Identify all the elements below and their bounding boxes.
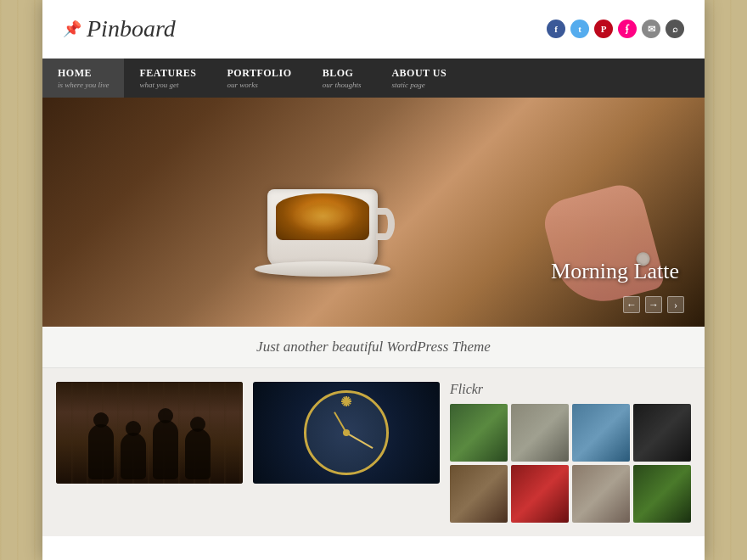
nav-item-about[interactable]: ABOUT US static page bbox=[376, 59, 462, 98]
flickr-thumb-8[interactable] bbox=[633, 465, 691, 523]
site-logo[interactable]: 📌 Pinboard bbox=[63, 15, 176, 42]
hero-controls: ← → › bbox=[623, 296, 684, 313]
nav-label-portfolio: PORTFOLIO bbox=[227, 67, 292, 80]
flickr-thumb-5[interactable] bbox=[450, 465, 508, 523]
nav-item-features[interactable]: FEATURES what you get bbox=[124, 59, 211, 98]
band-silhouettes bbox=[56, 416, 243, 484]
coffee-cup bbox=[267, 189, 378, 270]
site-header: 📌 Pinboard f t P ʄ ✉ ⌕ bbox=[42, 0, 705, 59]
nav-item-portfolio[interactable]: PORTFOLIO our works bbox=[212, 59, 307, 98]
hero-slider: Morning Latte ← → › bbox=[42, 98, 705, 327]
social-icons-bar: f t P ʄ ✉ ⌕ bbox=[547, 20, 684, 38]
flickr-widget: Flickr bbox=[450, 382, 691, 523]
nav-sub-about: static page bbox=[391, 81, 447, 89]
hero-next-button[interactable]: → bbox=[645, 296, 662, 313]
clock-face bbox=[304, 390, 389, 475]
nav-label-blog: BLOG bbox=[323, 67, 362, 80]
flickr-icon[interactable]: ʄ bbox=[618, 20, 637, 38]
clock-center bbox=[343, 429, 350, 436]
silhouette-4 bbox=[185, 428, 211, 479]
flickr-thumb-1[interactable] bbox=[450, 404, 508, 462]
cup-body bbox=[267, 189, 378, 270]
flickr-thumb-2[interactable] bbox=[511, 404, 569, 462]
hero-background bbox=[42, 98, 705, 327]
flickr-thumb-4[interactable] bbox=[633, 404, 691, 462]
search-icon[interactable]: ⌕ bbox=[666, 20, 684, 38]
band-thumbnail[interactable] bbox=[56, 382, 243, 484]
nav-sub-blog: our thoughts bbox=[323, 81, 362, 89]
flickr-thumb-7[interactable] bbox=[572, 465, 630, 523]
tagline-bar: Just another beautiful WordPress Theme bbox=[42, 327, 705, 368]
nav-sub-home: is where you live bbox=[58, 81, 109, 89]
email-icon[interactable]: ✉ bbox=[642, 20, 660, 38]
tagline-text: Just another beautiful WordPress Theme bbox=[256, 339, 491, 355]
flickr-grid bbox=[450, 404, 691, 523]
nav-item-blog[interactable]: BLOG our thoughts bbox=[307, 59, 377, 98]
latte-art bbox=[291, 200, 355, 232]
nav-sub-features: what you get bbox=[139, 81, 196, 89]
silhouette-1 bbox=[88, 424, 114, 479]
main-nav: HOME is where you live FEATURES what you… bbox=[42, 59, 705, 98]
silhouette-2 bbox=[121, 433, 146, 479]
facebook-icon[interactable]: f bbox=[547, 20, 565, 38]
nav-label-about: ABOUT US bbox=[391, 67, 447, 80]
flickr-thumb-3[interactable] bbox=[572, 404, 630, 462]
hero-title: Morning Latte bbox=[551, 259, 679, 284]
page-wrapper: 📌 Pinboard f t P ʄ ✉ ⌕ HOME is where you… bbox=[42, 0, 705, 560]
hero-prev-button[interactable]: ← bbox=[623, 296, 640, 313]
clock-thumbnail[interactable] bbox=[253, 382, 440, 484]
silhouette-3 bbox=[153, 420, 178, 479]
flickr-thumb-6[interactable] bbox=[511, 465, 569, 523]
cup-handle bbox=[376, 208, 395, 240]
nav-sub-portfolio: our works bbox=[227, 81, 292, 89]
band-image bbox=[56, 382, 243, 484]
pin-icon: 📌 bbox=[63, 20, 81, 38]
twitter-icon[interactable]: t bbox=[570, 20, 589, 38]
saucer bbox=[255, 261, 390, 277]
pinterest-icon[interactable]: P bbox=[594, 20, 613, 38]
nav-label-features: FEATURES bbox=[139, 67, 196, 80]
flickr-title: Flickr bbox=[450, 382, 691, 397]
hero-more-button[interactable]: › bbox=[667, 296, 684, 313]
clock-minute-hand bbox=[346, 432, 374, 448]
nav-item-home[interactable]: HOME is where you live bbox=[42, 59, 124, 98]
logo-text: Pinboard bbox=[87, 15, 176, 42]
nav-label-home: HOME bbox=[58, 67, 109, 80]
cup-coffee bbox=[276, 193, 369, 240]
content-grid: Flickr bbox=[42, 368, 705, 536]
